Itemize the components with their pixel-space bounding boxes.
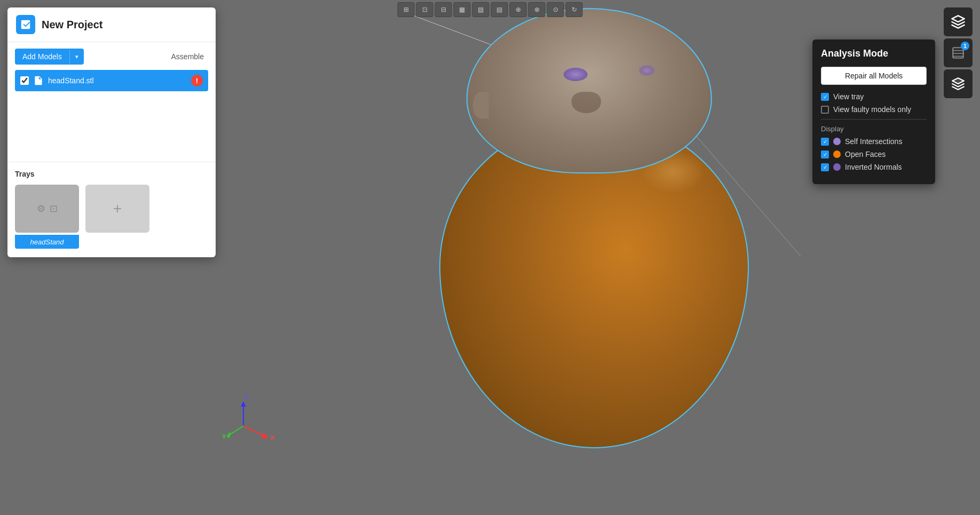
display-label: Display <box>821 125 927 133</box>
self-intersections-label: Self Intersections <box>845 137 902 146</box>
logo-icon <box>20 19 31 30</box>
toolbar-btn-7[interactable]: ⊕ <box>510 2 527 17</box>
model-head <box>467 8 712 173</box>
model-nose <box>572 92 601 113</box>
rt-button-3d-view[interactable] <box>944 7 973 36</box>
open-faces-dot <box>833 150 841 158</box>
toolbar-btn-5[interactable]: ▧ <box>472 2 489 17</box>
view-faulty-checkbox[interactable] <box>821 106 829 114</box>
open-faces-checkbox[interactable] <box>821 150 829 159</box>
self-intersections-checkbox[interactable] <box>821 138 829 146</box>
toolbar-btn-8[interactable]: ⊗ <box>528 2 546 17</box>
model-ear <box>473 92 489 118</box>
tray-layout-icon: ⊡ <box>50 203 58 215</box>
model-list: headStand.stl ! <box>15 70 208 155</box>
analysis-panel: Analysis Mode Repair all Models View tra… <box>812 39 935 184</box>
repair-all-button[interactable]: Repair all Models <box>821 67 927 85</box>
panel-header: New Project <box>7 7 216 42</box>
toolbar-btn-6[interactable]: ▤ <box>491 2 508 17</box>
tray-label-area: headStand <box>15 235 79 249</box>
inverted-normals-row: Inverted Normals <box>821 163 927 171</box>
top-toolbar: ⊞ ⊡ ⊟ ▦ ▧ ▤ ⊕ ⊗ ⊙ ↻ <box>393 0 587 19</box>
open-faces-row: Open Faces <box>821 150 927 159</box>
panel-title: New Project <box>42 19 102 31</box>
inverted-normals-dot <box>833 163 841 171</box>
toolbar-btn-3[interactable]: ⊟ <box>435 2 452 17</box>
trays-section: Trays ⚙ ⊡ headStand + <box>7 162 216 257</box>
view-faulty-label: View faulty models only <box>833 105 911 114</box>
view-tray-checkbox[interactable] <box>821 93 829 101</box>
view-faulty-row: View faulty models only <box>821 105 927 114</box>
trays-grid: ⚙ ⊡ headStand + <box>15 185 208 249</box>
model-eye-right <box>639 65 655 76</box>
model-name: headStand.stl <box>48 76 187 85</box>
rt-button-stack[interactable] <box>944 69 973 98</box>
self-intersections-dot <box>833 138 841 145</box>
view-tray-row: View tray <box>821 92 927 101</box>
tray-label: headStand <box>30 238 64 246</box>
right-toolbar: 1 <box>944 7 973 98</box>
analysis-title: Analysis Mode <box>821 48 927 59</box>
app-logo <box>16 15 35 34</box>
models-section: Add Models ▾ Assemble headStand.stl ! <box>7 42 216 162</box>
open-faces-label: Open Faces <box>845 150 886 159</box>
model-warning-badge: ! <box>191 75 203 86</box>
layers-badge: 1 <box>961 42 969 50</box>
rt-button-layers[interactable]: 1 <box>944 38 973 67</box>
tray-add-button[interactable]: + <box>85 185 149 233</box>
assemble-button[interactable]: Assemble <box>167 50 208 63</box>
left-panel: New Project Add Models ▾ Assemble headSt… <box>7 7 216 257</box>
inverted-normals-label: Inverted Normals <box>845 163 902 171</box>
model-item[interactable]: headStand.stl ! <box>15 70 208 91</box>
toolbar-btn-9[interactable]: ⊙ <box>547 2 564 17</box>
model-file-icon <box>33 75 44 86</box>
add-models-arrow-icon: ▾ <box>69 50 84 64</box>
toolbar-btn-2[interactable]: ⊡ <box>416 2 433 17</box>
model-checkbox[interactable] <box>20 76 29 85</box>
inverted-normals-checkbox[interactable] <box>821 163 829 171</box>
trays-label: Trays <box>15 170 208 178</box>
toolbar-btn-10[interactable]: ↻ <box>566 2 583 17</box>
add-models-button[interactable]: Add Models ▾ <box>15 49 84 65</box>
self-intersections-row: Self Intersections <box>821 137 927 146</box>
tray-settings-icon: ⚙ <box>37 203 45 215</box>
analysis-divider <box>821 119 927 120</box>
toolbar-btn-4[interactable]: ▦ <box>454 2 471 17</box>
tray-item-headstand[interactable]: ⚙ ⊡ headStand <box>15 185 79 249</box>
stack-icon <box>951 77 965 91</box>
models-toolbar: Add Models ▾ Assemble <box>15 49 208 65</box>
toolbar-btn-1[interactable]: ⊞ <box>398 2 415 17</box>
add-models-label: Add Models <box>15 49 69 65</box>
model-eye-left <box>564 68 588 81</box>
cube-icon <box>951 14 966 29</box>
tray-thumb-active: ⚙ ⊡ <box>15 185 79 233</box>
tray-add-icon: + <box>113 200 122 217</box>
view-tray-label: View tray <box>833 92 864 101</box>
